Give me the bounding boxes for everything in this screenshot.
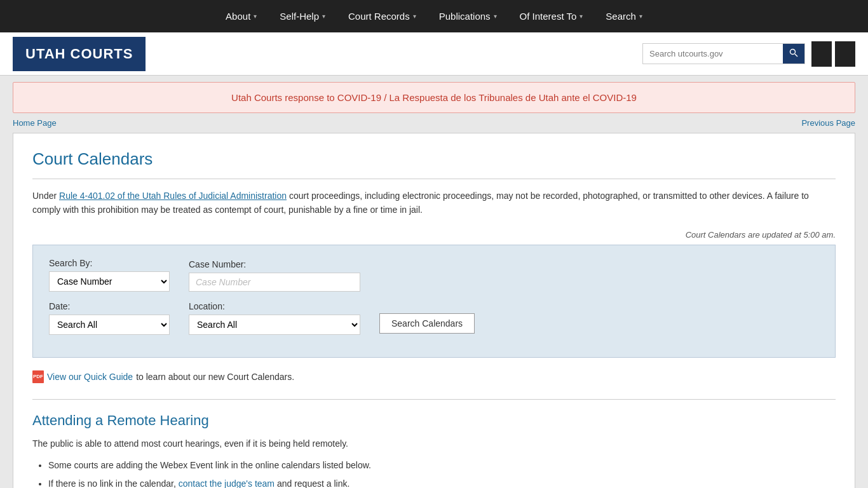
- date-label: Date:: [49, 301, 170, 311]
- self-help-dropdown-arrow: ▾: [322, 13, 325, 20]
- case-number-label: Case Number:: [189, 259, 360, 269]
- header-icon-button-1[interactable]: [811, 41, 832, 67]
- form-row-2: Date: Search All Today Tomorrow This Wee…: [49, 301, 819, 335]
- pdf-icon: PDF: [32, 370, 44, 383]
- page-title: Court Calendars: [32, 149, 836, 179]
- page-title-text: Court Calendars: [32, 149, 153, 168]
- location-select[interactable]: Search All Salt Lake Utah County Davis C…: [189, 315, 360, 335]
- top-navigation: About ▾ Self-Help ▾ Court Records ▾ Publ…: [0, 0, 868, 32]
- search-icon: [789, 48, 798, 57]
- judge-team-link[interactable]: contact the judge's team: [179, 478, 275, 488]
- remote-hearing-intro: The public is able to attend most court …: [32, 437, 836, 451]
- nav-search-label: Search: [606, 11, 636, 22]
- remote-hearing-title-text: Attending a Remote Hearing: [32, 412, 209, 428]
- breadcrumb: Home Page Previous Page: [0, 113, 868, 133]
- nav-self-help-label: Self-Help: [280, 11, 319, 22]
- updated-notice-text: Court Calendars are updated at 5:00 am.: [686, 230, 836, 240]
- remote-hearing-intro-text: The public is able to attend most court …: [32, 438, 348, 449]
- breadcrumb-home[interactable]: Home Page: [13, 118, 57, 128]
- breadcrumb-previous-label: Previous Page: [801, 118, 855, 128]
- rule-link-text: Rule 4-401.02 of the Utah Rules of Judic…: [59, 191, 287, 201]
- site-header: UTAH COURTS: [0, 32, 868, 76]
- quick-guide-suffix: to learn about our new Court Calendars.: [136, 372, 294, 382]
- judge-team-link-text: contact the judge's team: [179, 478, 275, 488]
- intro-paragraph: Under Rule 4-401.02 of the Utah Rules of…: [32, 189, 836, 217]
- site-search-input[interactable]: [643, 45, 783, 62]
- svg-line-1: [795, 54, 797, 57]
- bullet-1-before: If there is no link in the calendar,: [48, 478, 179, 488]
- intro-before: Under: [32, 191, 59, 201]
- breadcrumb-previous[interactable]: Previous Page: [801, 118, 855, 128]
- section-divider: [32, 399, 836, 400]
- of-interest-to-dropdown-arrow: ▾: [580, 13, 583, 20]
- nav-self-help[interactable]: Self-Help ▾: [268, 1, 337, 31]
- search-dropdown-arrow: ▾: [639, 13, 642, 20]
- header-icon-button-2[interactable]: [835, 41, 855, 67]
- main-content: Court Calendars Under Rule 4-401.02 of t…: [13, 133, 855, 488]
- updated-notice: Court Calendars are updated at 5:00 am.: [32, 230, 836, 240]
- form-row-1: Search By: Case Number Party Name Attorn…: [49, 258, 819, 292]
- alert-link[interactable]: Utah Courts response to COVID-19 / La Re…: [231, 92, 637, 103]
- search-calendars-button-label: Search Calendars: [391, 318, 463, 329]
- about-dropdown-arrow: ▾: [254, 13, 257, 20]
- nav-court-records[interactable]: Court Records ▾: [337, 1, 428, 31]
- alert-banner: Utah Courts response to COVID-19 / La Re…: [13, 82, 855, 113]
- list-item: Some courts are adding the Webex Event l…: [48, 458, 836, 472]
- location-group: Location: Search All Salt Lake Utah Coun…: [189, 301, 360, 335]
- header-icons: [811, 41, 855, 67]
- date-select[interactable]: Search All Today Tomorrow This Week Next…: [49, 315, 170, 335]
- header-right: [642, 41, 855, 67]
- logo-text: UTAH COURTS: [25, 46, 133, 62]
- nav-of-interest-to-label: Of Interest To: [520, 11, 577, 22]
- site-search-button[interactable]: [783, 44, 804, 64]
- nav-publications[interactable]: Publications ▾: [428, 1, 508, 31]
- site-logo: UTAH COURTS: [13, 37, 146, 71]
- search-by-select[interactable]: Case Number Party Name Attorney Judge: [49, 271, 170, 292]
- nav-about-label: About: [226, 11, 250, 22]
- rule-link[interactable]: Rule 4-401.02 of the Utah Rules of Judic…: [59, 191, 287, 201]
- bullet-0-text: Some courts are adding the Webex Event l…: [48, 460, 371, 470]
- nav-publications-label: Publications: [439, 11, 491, 22]
- list-item: If there is no link in the calendar, con…: [48, 477, 836, 488]
- breadcrumb-home-label: Home Page: [13, 118, 57, 128]
- bullet-1-after: and request a link.: [275, 478, 349, 488]
- nav-about[interactable]: About ▾: [214, 1, 268, 31]
- case-number-input[interactable]: [189, 273, 360, 292]
- search-by-group: Search By: Case Number Party Name Attorn…: [49, 258, 170, 292]
- quick-guide-link[interactable]: View our Quick Guide: [47, 372, 133, 382]
- nav-of-interest-to[interactable]: Of Interest To ▾: [508, 1, 595, 31]
- case-number-group: Case Number:: [189, 259, 360, 292]
- site-search-box: [642, 43, 805, 64]
- publications-dropdown-arrow: ▾: [494, 13, 497, 20]
- svg-point-0: [790, 50, 796, 55]
- search-calendars-button[interactable]: Search Calendars: [379, 313, 475, 334]
- nav-court-records-label: Court Records: [348, 11, 410, 22]
- bullet-list: Some courts are adding the Webex Event l…: [48, 458, 836, 488]
- nav-search[interactable]: Search ▾: [594, 1, 654, 31]
- court-records-dropdown-arrow: ▾: [413, 13, 416, 20]
- quick-guide-link-text: View our Quick Guide: [47, 372, 133, 382]
- quick-guide-row: PDF View our Quick Guide to learn about …: [32, 370, 836, 383]
- date-group: Date: Search All Today Tomorrow This Wee…: [49, 301, 170, 335]
- location-label: Location:: [189, 301, 360, 311]
- alert-text: Utah Courts response to COVID-19 / La Re…: [231, 92, 637, 103]
- search-form-box: Search By: Case Number Party Name Attorn…: [32, 245, 836, 358]
- search-by-label: Search By:: [49, 258, 170, 268]
- remote-hearing-title: Attending a Remote Hearing: [32, 412, 836, 429]
